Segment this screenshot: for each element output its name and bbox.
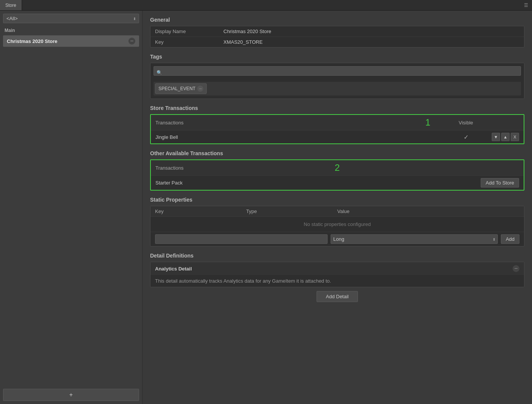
static-properties-section: Static Properties Key Type Value No stat… xyxy=(150,197,524,247)
other-transactions-container: Transactions 2 Starter Pack Add To Store xyxy=(150,159,524,191)
tags-section: Tags 🔍 SPECIAL_EVENT − xyxy=(150,54,524,99)
general-section-title: General xyxy=(150,17,524,23)
transactions-visible-header: Visible xyxy=(443,120,489,126)
tags-section-title: Tags xyxy=(150,54,524,60)
store-tab[interactable]: Store xyxy=(0,0,22,10)
transaction-row-jingle-bell: Jingle Bell ✓ ▼ ▲ X xyxy=(151,130,524,143)
store-transactions-section: Store Transactions Transactions 1 Visibl… xyxy=(150,105,524,144)
transaction-action-buttons: ▼ ▲ X xyxy=(489,133,519,141)
key-row: Key XMAS20_STORE xyxy=(150,37,524,47)
sidebar-item-remove-button[interactable]: − xyxy=(128,38,135,45)
sidebar-item-label: Christmas 2020 Store xyxy=(7,38,57,44)
sidebar-dropdown-wrap[interactable]: <All> Main xyxy=(3,14,139,23)
static-props-title: Static Properties xyxy=(150,197,524,203)
sidebar-item-christmas-store[interactable]: Christmas 2020 Store − xyxy=(3,35,139,47)
other-transaction-add-wrap: Add To Store xyxy=(353,178,519,188)
sidebar: <All> Main Main Christmas 2020 Store − + xyxy=(0,11,142,404)
props-add-row: Long String Float Boolean Add xyxy=(150,232,524,246)
transactions-col-header: Transactions xyxy=(155,120,413,126)
display-name-row: Display Name Christmas 2020 Store xyxy=(150,26,524,37)
add-to-store-button[interactable]: Add To Store xyxy=(481,178,519,188)
transaction-name: Jingle Bell xyxy=(155,134,413,140)
transactions-number-header: 1 xyxy=(413,117,443,128)
tab-bar: Store ☰ xyxy=(0,0,532,11)
move-up-button[interactable]: ▲ xyxy=(501,133,510,141)
key-label: Key xyxy=(155,39,223,45)
tag-chips-container: SPECIAL_EVENT − xyxy=(154,82,521,95)
other-transactions-col-header: Transactions xyxy=(155,165,322,171)
store-transactions-container: Transactions 1 Visible Jingle Bell ✓ ▼ ▲… xyxy=(150,114,524,144)
tag-chip-label: SPECIAL_EVENT xyxy=(158,86,195,91)
store-transactions-header: Transactions 1 Visible xyxy=(151,115,524,130)
detail-definitions-section: Detail Definitions Analytics Detail − Th… xyxy=(150,253,524,302)
props-type-header: Type xyxy=(246,208,337,214)
key-value: XMAS20_STORE xyxy=(223,39,519,45)
add-detail-button[interactable]: Add Detail xyxy=(317,291,358,302)
sidebar-section-label: Main xyxy=(0,26,142,35)
search-icon: 🔍 xyxy=(157,70,162,75)
props-key-header: Key xyxy=(155,208,246,214)
analytics-detail-title: Analytics Detail xyxy=(155,266,192,272)
store-tab-label: Store xyxy=(5,3,16,8)
props-add-button[interactable]: Add xyxy=(501,234,519,244)
general-field-table: Display Name Christmas 2020 Store Key XM… xyxy=(150,26,524,48)
detail-definitions-title: Detail Definitions xyxy=(150,253,524,259)
other-transaction-row-starter-pack: Starter Pack Add To Store xyxy=(151,176,524,190)
props-type-select-wrap[interactable]: Long String Float Boolean xyxy=(331,234,498,244)
analytics-detail-description: This detail automatically tracks Analyti… xyxy=(150,275,524,287)
analytics-detail-header: Analytics Detail − xyxy=(150,262,524,275)
props-header: Key Type Value xyxy=(150,206,524,217)
props-type-select[interactable]: Long String Float Boolean xyxy=(331,234,498,244)
props-value-header: Value xyxy=(337,208,520,214)
store-transactions-title: Store Transactions xyxy=(150,105,524,111)
tag-chip-remove-button[interactable]: − xyxy=(197,86,203,92)
props-key-input[interactable] xyxy=(155,234,328,244)
transaction-visible: ✓ xyxy=(443,134,489,141)
other-transaction-name: Starter Pack xyxy=(155,180,322,186)
tags-search-wrap: 🔍 xyxy=(154,66,521,79)
static-props-container: Key Type Value No static properties conf… xyxy=(150,206,524,247)
other-transactions-number-header: 2 xyxy=(322,162,353,173)
sidebar-filter-dropdown[interactable]: <All> Main xyxy=(3,14,139,23)
other-transactions-title: Other Available Transactions xyxy=(150,150,524,156)
sidebar-add-button[interactable]: + xyxy=(3,389,139,401)
tags-container: 🔍 SPECIAL_EVENT − xyxy=(150,63,524,99)
analytics-detail-remove-button[interactable]: − xyxy=(513,265,519,272)
move-down-button[interactable]: ▼ xyxy=(492,133,500,141)
tags-search-input[interactable] xyxy=(154,66,521,76)
display-name-label: Display Name xyxy=(155,29,223,34)
other-transactions-section: Other Available Transactions Transaction… xyxy=(150,150,524,191)
main-layout: <All> Main Main Christmas 2020 Store − +… xyxy=(0,11,532,404)
tag-chip-special-event: SPECIAL_EVENT − xyxy=(155,83,207,94)
menu-icon[interactable]: ☰ xyxy=(524,3,532,8)
content-area: General Display Name Christmas 2020 Stor… xyxy=(142,11,532,404)
remove-transaction-button[interactable]: X xyxy=(511,133,519,141)
sidebar-footer: + xyxy=(0,386,142,404)
display-name-value: Christmas 2020 Store xyxy=(223,29,519,34)
props-empty-message: No static properties configured xyxy=(150,217,524,232)
other-transactions-header: Transactions 2 xyxy=(151,160,524,176)
general-section: General Display Name Christmas 2020 Stor… xyxy=(150,17,524,48)
analytics-detail-box: Analytics Detail − This detail automatic… xyxy=(150,262,524,287)
visible-check-icon[interactable]: ✓ xyxy=(464,134,469,140)
